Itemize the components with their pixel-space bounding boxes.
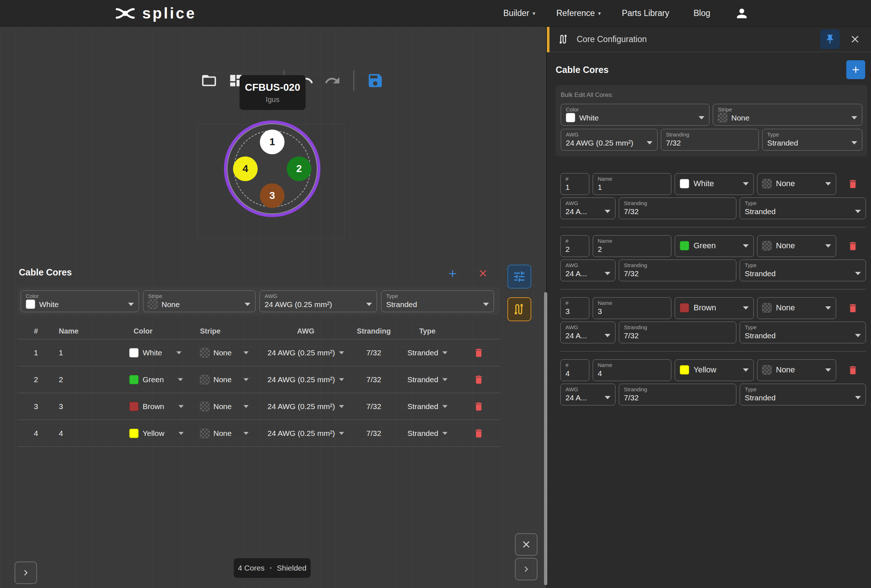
bulk-stripe-select[interactable]: Stripe None (713, 104, 862, 126)
core-stripe-select[interactable]: None (198, 348, 261, 358)
nav-item[interactable]: Blog (693, 8, 714, 18)
open-project-button[interactable] (201, 72, 218, 89)
core-card: # 2 Name 2 Green (560, 227, 866, 281)
core-name[interactable]: 1 (54, 349, 127, 357)
core-stripe-select[interactable]: None (757, 235, 836, 257)
core-name-input[interactable]: Name 3 (593, 297, 671, 319)
pin-panel-button[interactable] (820, 29, 840, 49)
delete-core-button[interactable] (845, 238, 861, 254)
core-circle[interactable]: 3 (260, 183, 284, 208)
core-type-select[interactable]: Stranded (397, 402, 457, 411)
core-number-input[interactable]: # 3 (560, 297, 590, 319)
core-number-input[interactable]: # 4 (560, 359, 590, 381)
close-panel-button[interactable] (847, 31, 863, 47)
core-stranding-input[interactable]: Stranding 7/32 (619, 322, 736, 343)
bulk-stranding-input[interactable]: Stranding 7/32 (661, 129, 759, 151)
core-awg-select[interactable]: AWG 24 A... (560, 197, 615, 219)
core-color-select[interactable]: Yellow (675, 359, 754, 381)
color-name: Brown (693, 303, 716, 313)
core-name[interactable]: 3 (54, 402, 127, 411)
core-color-select[interactable]: Green (127, 375, 198, 385)
core-stranding-input[interactable]: Stranding 7/32 (619, 259, 736, 281)
nav-item[interactable]: Reference ▾ (556, 8, 601, 18)
panel-scrollbar-thumb[interactable] (544, 292, 547, 585)
add-core-button[interactable] (447, 268, 458, 280)
core-color-select[interactable]: Brown (127, 402, 198, 411)
core-type-select[interactable]: Type Stranded (739, 322, 866, 343)
bulk-type-select[interactable]: Type Stranded (762, 129, 862, 151)
core-number-input[interactable]: # 2 (560, 235, 590, 257)
core-circle[interactable]: 2 (287, 156, 311, 181)
core-name-input[interactable]: Name 1 (593, 173, 671, 195)
core-stripe-select[interactable]: None (198, 429, 261, 438)
core-type-select[interactable]: Stranded (397, 349, 457, 357)
core-awg-select[interactable]: AWG 24 A... (560, 322, 615, 343)
core-type-select[interactable]: Stranded (397, 429, 457, 438)
core-stranding-input[interactable]: Stranding 7/32 (619, 384, 736, 405)
delete-core-button[interactable] (471, 372, 487, 388)
chevron-down-icon (647, 141, 653, 144)
app-logo[interactable]: splice (115, 5, 196, 22)
core-stripe-select[interactable]: None (757, 173, 836, 195)
delete-core-button[interactable] (845, 362, 861, 378)
delete-core-button[interactable] (471, 425, 487, 441)
bulk-color-select[interactable]: Color White (561, 104, 709, 126)
close-view-button[interactable] (515, 533, 537, 556)
core-stripe-select[interactable]: None (757, 359, 836, 381)
core-number-input[interactable]: # 1 (560, 173, 590, 195)
pan-right-button-2[interactable] (515, 558, 537, 581)
panel-title: Core Configuration (577, 34, 647, 44)
cable-cross-section[interactable]: 1 2 3 4 (224, 121, 320, 217)
core-awg-select[interactable]: 24 AWG (0.25 mm²) (261, 402, 350, 411)
bulk-color-select[interactable]: Color White (21, 290, 139, 312)
core-awg-select[interactable]: AWG 24 A... (560, 384, 615, 405)
core-name[interactable]: 4 (54, 429, 127, 438)
core-circle[interactable]: 1 (260, 130, 284, 154)
awg-value: 24 AWG (0.25 mm²) (268, 429, 335, 438)
core-stripe-select[interactable]: None (757, 297, 836, 319)
core-color-select[interactable]: White (675, 173, 754, 195)
core-awg-select[interactable]: 24 AWG (0.25 mm²) (261, 429, 350, 438)
core-type-select[interactable]: Type Stranded (739, 384, 866, 405)
cable-label[interactable]: CFBUS-020 Igus (239, 75, 305, 110)
user-avatar-button[interactable] (735, 6, 749, 21)
core-color-select[interactable]: White (127, 348, 198, 358)
core-color-select[interactable]: Green (675, 235, 754, 257)
close-cores-editor-button[interactable] (477, 268, 489, 280)
core-awg-select[interactable]: 24 AWG (0.25 mm²) (261, 349, 350, 357)
delete-core-button[interactable] (471, 345, 487, 361)
core-stripe-select[interactable]: None (198, 375, 261, 385)
nav-item[interactable]: Parts Library (622, 8, 672, 18)
pan-right-button[interactable] (15, 561, 37, 584)
core-name-input[interactable]: Name 4 (593, 359, 671, 381)
core-color-select[interactable]: Yellow (127, 429, 198, 438)
save-button[interactable] (367, 72, 384, 89)
core-awg-select[interactable]: 24 AWG (0.25 mm²) (261, 375, 350, 384)
core-table-view-button[interactable] (507, 265, 531, 289)
core-configuration-button[interactable] (507, 297, 531, 321)
add-core-button[interactable] (846, 60, 865, 79)
delete-core-button[interactable] (471, 398, 487, 414)
core-name-input[interactable]: Name 2 (593, 235, 671, 257)
bulk-stripe-select[interactable]: Stripe None (143, 290, 256, 312)
nav-item[interactable]: Builder ▾ (503, 8, 535, 18)
bulk-awg-select[interactable]: AWG 24 AWG (0.25 mm²) (259, 290, 377, 312)
bulk-awg-select[interactable]: AWG 24 AWG (0.25 mm²) (561, 129, 658, 151)
bulk-type-select[interactable]: Type Stranded (381, 290, 494, 312)
color-name: Brown (143, 402, 165, 411)
chevron-down-icon (244, 405, 248, 408)
chevron-down-icon (825, 244, 831, 248)
delete-core-button[interactable] (845, 300, 861, 316)
design-canvas[interactable]: CFBUS-020 Igus 1 2 3 (0, 27, 546, 588)
core-name[interactable]: 2 (54, 375, 127, 384)
core-awg-select[interactable]: AWG 24 A... (560, 259, 615, 281)
core-stripe-select[interactable]: None (198, 402, 261, 411)
core-type-select[interactable]: Type Stranded (739, 197, 866, 219)
delete-core-button[interactable] (845, 176, 861, 192)
core-color-select[interactable]: Brown (675, 297, 754, 319)
core-type-select[interactable]: Type Stranded (739, 259, 866, 281)
core-type-select[interactable]: Stranded (397, 375, 457, 384)
core-stranding-input[interactable]: Stranding 7/32 (619, 197, 736, 219)
redo-button[interactable] (324, 72, 341, 89)
core-circle[interactable]: 4 (233, 156, 258, 181)
